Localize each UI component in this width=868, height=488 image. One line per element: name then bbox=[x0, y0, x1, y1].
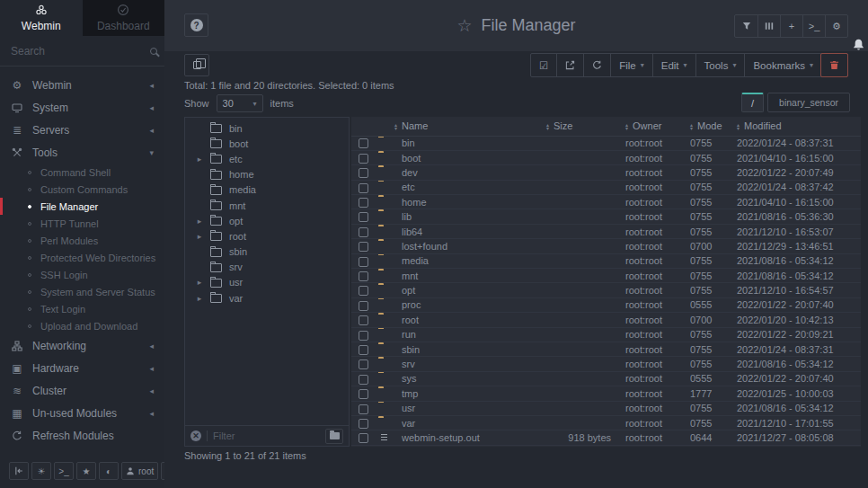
table-row[interactable]: runroot:root07552022/01/22 - 20:09:21 bbox=[351, 327, 861, 342]
search-input[interactable] bbox=[11, 45, 150, 58]
row-checkbox[interactable] bbox=[359, 359, 368, 369]
sidebar-item-custom-commands[interactable]: Custom Commands bbox=[0, 181, 164, 198]
page-size-select[interactable]: 30 ▾ bbox=[217, 94, 263, 112]
table-row[interactable]: bootroot:root07552021/04/10 - 16:15:00 bbox=[351, 150, 861, 164]
export-button[interactable] bbox=[556, 54, 583, 76]
row-checkbox[interactable] bbox=[359, 331, 368, 341]
sidebar-item-file-manager[interactable]: File Manager bbox=[0, 198, 164, 215]
table-row[interactable]: etcroot:root07552022/01/24 - 08:37:42 bbox=[351, 180, 861, 194]
table-row[interactable]: rootroot:root07002022/01/20 - 10:42:13 bbox=[351, 313, 861, 327]
tree-item-sbin[interactable]: sbin bbox=[185, 244, 349, 260]
column-header-mode[interactable]: ▴▾Mode bbox=[690, 117, 737, 136]
table-row[interactable]: mntroot:root07552021/08/16 - 05:34:12 bbox=[351, 269, 861, 283]
sidebar-item-networking[interactable]: Networking◂ bbox=[0, 334, 164, 357]
tree-item-var[interactable]: ▸var bbox=[185, 290, 349, 306]
row-checkbox[interactable] bbox=[359, 286, 368, 296]
table-row[interactable]: tmproot:root17772022/01/25 - 10:00:03 bbox=[351, 386, 861, 401]
breadcrumb-root[interactable]: / bbox=[741, 93, 764, 112]
sidebar-item-refresh-modules[interactable]: Refresh Modules bbox=[0, 424, 164, 447]
sidebar-item-system-and-server-status[interactable]: System and Server Status bbox=[0, 283, 164, 300]
sidebar-item-hardware[interactable]: ▣Hardware◂ bbox=[0, 357, 164, 379]
breadcrumb-current[interactable]: binary_sensor bbox=[767, 93, 850, 112]
menu-file[interactable]: File ▾ bbox=[610, 54, 652, 76]
sidebar-item-protected-web-directories[interactable]: Protected Web Directories bbox=[0, 249, 164, 266]
tab-dashboard[interactable]: Dashboard bbox=[83, 0, 165, 36]
table-row[interactable]: mediaroot:root07552021/08/16 - 05:34:12 bbox=[351, 253, 861, 268]
terminal-button[interactable]: >_ bbox=[802, 15, 825, 37]
row-checkbox[interactable] bbox=[359, 315, 368, 325]
sidebar-item-un-used-modules[interactable]: ▦Un-used Modules◂ bbox=[0, 402, 164, 424]
column-header-name[interactable]: Name bbox=[402, 117, 546, 136]
sidebar-item-ssh-login[interactable]: SSH Login bbox=[0, 266, 164, 283]
tree-item-srv[interactable]: srv bbox=[185, 260, 349, 275]
columns-button[interactable] bbox=[757, 15, 780, 37]
table-row[interactable]: procroot:root05552022/01/22 - 20:07:40 bbox=[351, 297, 861, 312]
table-row[interactable]: usrroot:root07552021/08/16 - 05:34:12 bbox=[351, 401, 861, 415]
favorite-star-icon[interactable]: ☆ bbox=[456, 15, 472, 36]
help-button[interactable]: ? bbox=[184, 13, 208, 37]
favorites-button[interactable]: ★ bbox=[76, 462, 96, 480]
tree-item-media[interactable]: media bbox=[185, 182, 349, 198]
add-button[interactable]: + bbox=[780, 15, 802, 37]
language-button[interactable]: ◐ bbox=[99, 462, 119, 480]
row-checkbox[interactable] bbox=[359, 404, 368, 414]
refresh-button[interactable] bbox=[583, 54, 610, 76]
tree-item-mnt[interactable]: mnt bbox=[185, 198, 349, 213]
table-row[interactable]: libroot:root07552021/08/16 - 05:36:30 bbox=[351, 209, 861, 224]
expand-caret-icon[interactable]: ▸ bbox=[196, 217, 203, 226]
shell-button[interactable]: >_ bbox=[54, 462, 74, 480]
column-header-owner[interactable]: ▴▾Owner bbox=[625, 117, 690, 136]
row-checkbox[interactable] bbox=[359, 257, 368, 267]
tree-item-root[interactable]: ▸root bbox=[185, 228, 349, 244]
row-checkbox[interactable] bbox=[359, 433, 368, 443]
sidebar-item-command-shell[interactable]: Command Shell bbox=[0, 164, 164, 181]
column-header-size[interactable]: ▴▾Size bbox=[546, 117, 625, 136]
row-checkbox[interactable] bbox=[359, 271, 368, 281]
table-row[interactable]: webmin-setup.out918 bytesroot:root064420… bbox=[351, 430, 861, 445]
sidebar-item-servers[interactable]: ≣Servers◂ bbox=[0, 119, 164, 141]
filter-button[interactable] bbox=[735, 15, 757, 37]
row-checkbox[interactable] bbox=[359, 345, 368, 355]
expand-caret-icon[interactable]: ▸ bbox=[196, 278, 203, 287]
row-checkbox[interactable] bbox=[359, 168, 368, 178]
row-checkbox[interactable] bbox=[359, 389, 368, 399]
menu-bookmarks[interactable]: Bookmarks ▾ bbox=[744, 54, 821, 76]
menu-edit[interactable]: Edit ▾ bbox=[652, 54, 695, 76]
table-row[interactable]: varroot:root07552021/12/10 - 17:01:55 bbox=[351, 415, 861, 430]
row-checkbox[interactable] bbox=[359, 154, 368, 164]
sidebar-item-webmin[interactable]: ⚙Webmin◂ bbox=[0, 74, 164, 96]
tree-folder-button[interactable] bbox=[325, 429, 343, 444]
tree-item-boot[interactable]: boot bbox=[185, 136, 349, 151]
tree-item-etc[interactable]: ▸etc bbox=[185, 151, 349, 166]
tab-webmin[interactable]: Webmin bbox=[0, 0, 83, 36]
row-checkbox[interactable] bbox=[359, 198, 368, 208]
menu-tools[interactable]: Tools ▾ bbox=[695, 54, 745, 76]
select-all-button[interactable]: ☑ bbox=[531, 54, 556, 76]
expand-caret-icon[interactable]: ▸ bbox=[196, 155, 203, 164]
table-row[interactable]: lib64root:root07552021/12/10 - 16:53:07 bbox=[351, 224, 861, 238]
row-checkbox[interactable] bbox=[359, 138, 368, 148]
sort-icon[interactable]: ▴▾ bbox=[394, 123, 397, 130]
table-row[interactable]: optroot:root07552021/12/10 - 16:54:57 bbox=[351, 283, 861, 297]
row-checkbox[interactable] bbox=[359, 301, 368, 311]
sidebar-item-perl-modules[interactable]: Perl Modules bbox=[0, 232, 164, 249]
settings-button[interactable]: ⚙ bbox=[825, 15, 847, 37]
sidebar-item-text-login[interactable]: Text Login bbox=[0, 300, 164, 317]
row-checkbox[interactable] bbox=[359, 212, 368, 222]
user-button[interactable]: root bbox=[121, 462, 158, 480]
clear-filter-icon[interactable]: ✕ bbox=[190, 430, 201, 441]
table-row[interactable]: devroot:root07552022/01/22 - 20:07:49 bbox=[351, 165, 861, 180]
table-row[interactable]: lost+foundroot:root07002021/12/29 - 13:4… bbox=[351, 239, 861, 253]
notifications-bell-icon[interactable] bbox=[852, 38, 865, 55]
sidebar-item-cluster[interactable]: ≋Cluster◂ bbox=[0, 379, 164, 402]
table-row[interactable]: sysroot:root05552022/01/22 - 20:07:40 bbox=[351, 371, 861, 386]
row-checkbox[interactable] bbox=[359, 419, 368, 429]
theme-toggle-button[interactable]: ☀ bbox=[31, 462, 51, 480]
tree-item-home[interactable]: home bbox=[185, 167, 349, 182]
row-checkbox[interactable] bbox=[359, 242, 368, 252]
collapse-sidebar-button[interactable] bbox=[9, 462, 29, 480]
table-row[interactable]: sbinroot:root07552022/01/24 - 08:37:31 bbox=[351, 342, 861, 356]
table-row[interactable]: homeroot:root07552021/04/10 - 16:15:00 bbox=[351, 195, 861, 209]
table-row[interactable]: binroot:root07552022/01/24 - 08:37:31 bbox=[351, 136, 861, 150]
tree-item-opt[interactable]: ▸opt bbox=[185, 213, 349, 228]
